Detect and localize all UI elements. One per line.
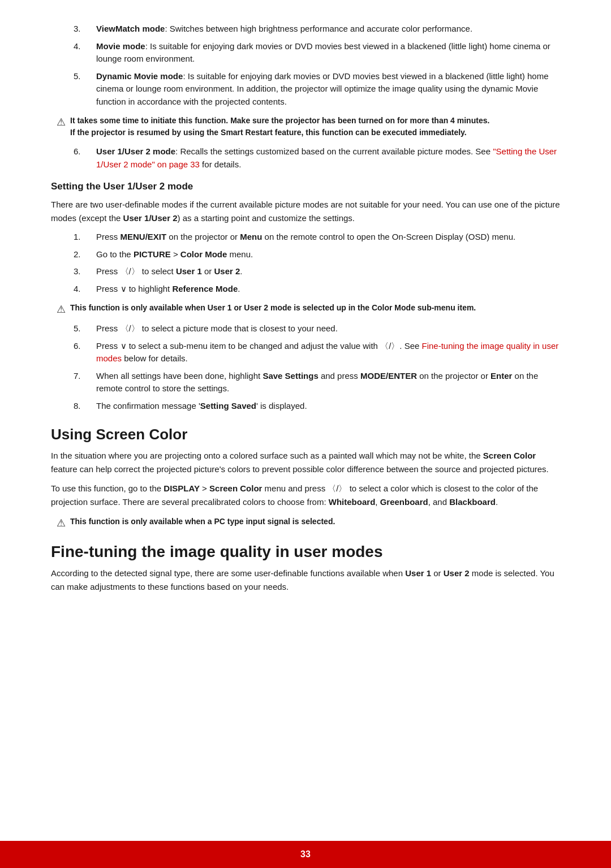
step-num-2: 2. bbox=[74, 248, 96, 261]
user-mode-rest: : Recalls the settings customized based … bbox=[175, 146, 493, 156]
s2p2-bold3: Whiteboard bbox=[329, 497, 376, 507]
step-num-5: 5. bbox=[74, 322, 96, 335]
step-content-3: Press 〈/〉 to select User 1 or User 2. bbox=[96, 265, 560, 278]
step3-bold1: User 1 bbox=[176, 266, 202, 276]
step6-mid: to select a sub-menu item to be changed … bbox=[127, 341, 381, 351]
step-num-4: 4. bbox=[74, 283, 96, 296]
note-box-2: ⚠ This function is only available when U… bbox=[51, 302, 560, 316]
step8-before: The confirmation message ' bbox=[96, 401, 200, 411]
note-text-1: It takes some time to initiate this func… bbox=[70, 115, 489, 139]
s2p2-mid2: menu and press bbox=[262, 483, 328, 493]
s2p2-before: To use this function, go to the bbox=[51, 483, 163, 493]
step6-chevron: ∨ bbox=[121, 341, 127, 351]
section2-heading: Using Screen Color bbox=[51, 426, 560, 443]
step4-end: . bbox=[238, 284, 240, 293]
step4-bold1: Reference Mode bbox=[172, 284, 238, 293]
section1-intro: There are two user-definable modes if th… bbox=[51, 198, 560, 225]
user-mode-rest2: for details. bbox=[200, 159, 241, 169]
user-mode-bold: User 1/User 2 mode bbox=[96, 146, 175, 156]
s2p2-mid1: > bbox=[200, 483, 209, 493]
s3p1-before: According to the detected signal type, t… bbox=[51, 568, 405, 578]
step1-mid2: on the remote control to open the On-Scr… bbox=[262, 232, 515, 241]
step2-end: menu. bbox=[227, 249, 253, 259]
s2p1-before: In the situation where you are projectin… bbox=[51, 451, 483, 460]
section1-steps2: 5. Press 〈/〉 to select a picture mode th… bbox=[51, 322, 560, 412]
list-item-6: 6. User 1/User 2 mode: Recalls the setti… bbox=[74, 145, 560, 171]
step-content-8: The confirmation message 'Setting Saved'… bbox=[96, 400, 560, 413]
list-item-5: 5. Dynamic Movie mode: Is suitable for e… bbox=[74, 70, 560, 109]
step6-end: below for details. bbox=[122, 353, 188, 363]
step8-bold1: Setting Saved bbox=[200, 401, 256, 411]
step2-bold1: PICTURE bbox=[134, 249, 171, 259]
step3-mid2: or bbox=[202, 266, 214, 276]
list-num-4: 4. bbox=[74, 40, 96, 66]
note-line1: It takes some time to initiate this func… bbox=[70, 116, 489, 125]
step3-mid: to select bbox=[140, 266, 176, 276]
step7-bold3: Enter bbox=[490, 371, 512, 381]
section3-para1: According to the detected signal type, t… bbox=[51, 567, 560, 594]
step8-end: ' is displayed. bbox=[256, 401, 307, 411]
step7-mid2: on the projector or bbox=[417, 371, 490, 381]
footer-bar: 33 bbox=[0, 841, 611, 868]
list-content-6: User 1/User 2 mode: Recalls the settings… bbox=[96, 145, 560, 171]
section2-para1: In the situation where you are projectin… bbox=[51, 449, 560, 476]
top-list: 3. ViewMatch mode: Switches between high… bbox=[51, 23, 560, 108]
step-2: 2. Go to the PICTURE > Color Mode menu. bbox=[74, 248, 560, 261]
section3-heading: Fine-tuning the image quality in user mo… bbox=[51, 543, 560, 561]
s3p1-bold1: User 1 bbox=[405, 568, 431, 578]
step7-mid: and press bbox=[319, 371, 360, 381]
step-5: 5. Press 〈/〉 to select a picture mode th… bbox=[74, 322, 560, 335]
step-num-8: 8. bbox=[74, 400, 96, 413]
s2p1-after: feature can help correct the projected p… bbox=[51, 464, 549, 474]
s2p2-bold1: DISPLAY bbox=[163, 483, 200, 493]
s2p2-comma1: , bbox=[375, 497, 380, 507]
list-content-5: Dynamic Movie mode: Is suitable for enjo… bbox=[96, 70, 560, 109]
step3-chevron: 〈/〉 bbox=[121, 266, 140, 276]
list-content-4: Movie mode: Is suitable for enjoying dar… bbox=[96, 40, 560, 66]
note-box-1: ⚠ It takes some time to initiate this fu… bbox=[51, 115, 560, 139]
list-content-3: ViewMatch mode: Switches between high br… bbox=[96, 23, 560, 36]
step5-before: Press bbox=[96, 323, 121, 333]
step6-chevron2: 〈/〉 bbox=[380, 341, 399, 351]
note-icon-1: ⚠ bbox=[57, 116, 66, 128]
note-icon-2: ⚠ bbox=[57, 303, 66, 316]
s2p2-bold4: Greenboard bbox=[380, 497, 428, 507]
step-num-7: 7. bbox=[74, 370, 96, 395]
page: 3. ViewMatch mode: Switches between high… bbox=[0, 0, 611, 868]
s2p2-bold2: Screen Color bbox=[209, 483, 262, 493]
viewmatch-bold: ViewMatch mode bbox=[96, 24, 165, 33]
step5-chevron: 〈/〉 bbox=[121, 323, 140, 333]
step-content-4: Press ∨ to highlight Reference Mode. bbox=[96, 283, 560, 296]
note-line2: If the projector is resumed by using the… bbox=[70, 128, 467, 137]
list-item6-container: 6. User 1/User 2 mode: Recalls the setti… bbox=[51, 145, 560, 171]
note-box-3: ⚠ This function is only available when a… bbox=[51, 516, 560, 529]
step-content-6: Press ∨ to select a sub-menu item to be … bbox=[96, 340, 560, 365]
movie-mode-text: : Is suitable for enjoying dark movies o… bbox=[96, 41, 550, 64]
page-number: 33 bbox=[300, 849, 311, 860]
s2p2-period: . bbox=[496, 497, 498, 507]
step2-before: Go to the bbox=[96, 249, 134, 259]
step-1: 1. Press MENU/EXIT on the projector or M… bbox=[74, 231, 560, 244]
step7-bold2: MODE/ENTER bbox=[360, 371, 417, 381]
note-text-3: This function is only available when a P… bbox=[70, 516, 335, 528]
list-num-5: 5. bbox=[74, 70, 96, 109]
step-content-5: Press 〈/〉 to select a picture mode that … bbox=[96, 322, 560, 335]
s2p1-bold: Screen Color bbox=[483, 451, 536, 460]
list-item-4: 4. Movie mode: Is suitable for enjoying … bbox=[74, 40, 560, 66]
step1-mid1: on the projector or bbox=[166, 232, 240, 241]
step3-bold2: User 2 bbox=[214, 266, 240, 276]
step-content-1: Press MENU/EXIT on the projector or Menu… bbox=[96, 231, 560, 244]
step6-mid2: . See bbox=[399, 341, 421, 351]
step-num-1: 1. bbox=[74, 231, 96, 244]
step-num-3: 3. bbox=[74, 265, 96, 278]
note-text-2: This function is only available when Use… bbox=[70, 302, 476, 314]
step7-before: When all settings have been done, highli… bbox=[96, 371, 263, 381]
step4-before: Press bbox=[96, 284, 121, 293]
step1-bold1: MENU/EXIT bbox=[121, 232, 167, 241]
step1-bold2: Menu bbox=[240, 232, 262, 241]
step-content-2: Go to the PICTURE > Color Mode menu. bbox=[96, 248, 560, 261]
dynamic-movie-bold: Dynamic Movie mode bbox=[96, 71, 183, 81]
s2p2-chevron: 〈/〉 bbox=[328, 483, 347, 493]
step6-before: Press bbox=[96, 341, 121, 351]
section2-para2: To use this function, go to the DISPLAY … bbox=[51, 482, 560, 509]
